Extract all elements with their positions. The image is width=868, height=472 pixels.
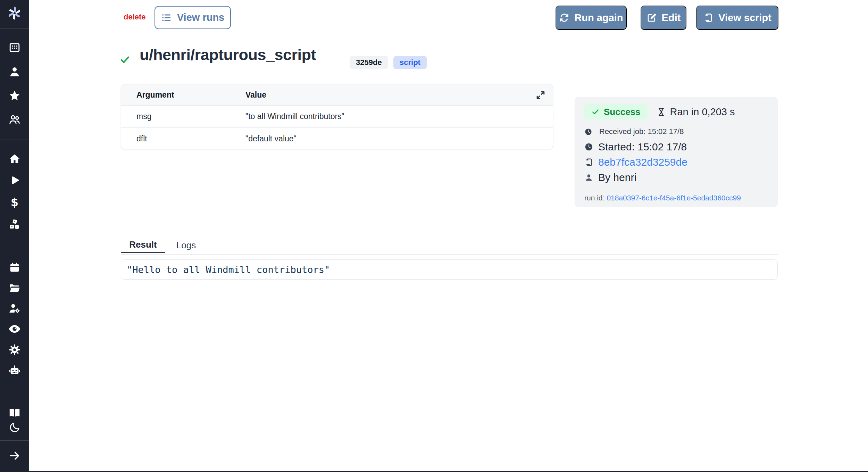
run-info-panel: Success Ran in 0,203 s Received job: 15:… bbox=[575, 97, 778, 207]
tab-result[interactable]: Result bbox=[121, 238, 165, 253]
windmill-logo-icon bbox=[6, 5, 23, 22]
user-icon bbox=[8, 65, 21, 78]
page-title: u/henri/rapturous_script bbox=[140, 46, 316, 64]
robot-icon bbox=[8, 364, 21, 377]
user-icon bbox=[584, 173, 593, 182]
expand-icon bbox=[534, 89, 547, 101]
sidebar-item-workspace[interactable] bbox=[0, 39, 29, 57]
run-id-line: run id:018a0397-6c1e-f45a-6f1e-5edad360c… bbox=[584, 194, 768, 202]
book-icon bbox=[8, 406, 21, 419]
sidebar-item-user[interactable] bbox=[0, 63, 29, 81]
result-tabs: Result Logs bbox=[121, 238, 778, 255]
expand-button[interactable] bbox=[534, 89, 547, 102]
sidebar-item-schedules[interactable] bbox=[0, 258, 29, 276]
hourglass-icon bbox=[657, 107, 666, 117]
play-icon bbox=[9, 175, 20, 187]
result-output: "Hello to all Windmill contributors" bbox=[121, 259, 778, 280]
refresh-icon bbox=[559, 13, 569, 23]
clock-icon bbox=[584, 128, 592, 136]
sidebar-divider bbox=[0, 28, 29, 28]
run-again-button[interactable]: Run again bbox=[556, 6, 627, 30]
sidebar: $ bbox=[0, 0, 29, 472]
gear-icon bbox=[8, 343, 21, 356]
arg-name: dflt bbox=[121, 134, 245, 143]
arrow-right-icon bbox=[8, 449, 21, 462]
dollar-icon: $ bbox=[8, 196, 21, 209]
edit-button[interactable]: Edit bbox=[641, 6, 686, 30]
edit-label: Edit bbox=[662, 12, 681, 24]
scroll-icon bbox=[703, 13, 713, 23]
run-id-label: run id: bbox=[584, 194, 604, 202]
column-header-argument: Argument bbox=[121, 90, 245, 100]
edit-icon bbox=[646, 13, 657, 23]
view-script-button[interactable]: View script bbox=[696, 6, 778, 30]
view-runs-label: View runs bbox=[177, 12, 224, 23]
started-line: Started: 15:02 17/8 bbox=[584, 141, 768, 153]
run-by-line: By henri bbox=[584, 172, 768, 183]
table-row: msg "to all Windmill contributors" bbox=[121, 106, 553, 128]
column-header-value: Value bbox=[245, 90, 553, 100]
delete-button[interactable]: delete bbox=[124, 13, 146, 22]
svg-text:$: $ bbox=[11, 196, 18, 208]
run-duration: Ran in 0,203 s bbox=[657, 106, 735, 118]
received-job-label: Received job: 15:02 17/8 bbox=[599, 127, 684, 136]
arg-value: "default value" bbox=[245, 134, 553, 143]
status-label: Success bbox=[604, 107, 641, 117]
sidebar-item-resources[interactable] bbox=[0, 215, 29, 233]
tab-logs[interactable]: Logs bbox=[169, 238, 203, 253]
table-row: dflt "default value" bbox=[121, 128, 553, 149]
view-script-label: View script bbox=[718, 12, 771, 24]
list-icon bbox=[161, 13, 172, 23]
arg-value: "to all Windmill contributors" bbox=[245, 112, 553, 121]
check-icon bbox=[591, 108, 600, 116]
job-link-line: 8eb7fca32d3259de bbox=[584, 156, 768, 168]
windmill-run-page: $ bbox=[0, 0, 868, 472]
home-icon bbox=[8, 153, 21, 165]
building-icon bbox=[8, 41, 21, 54]
sidebar-item-favorites[interactable] bbox=[0, 87, 29, 105]
arguments-table-header: Argument Value bbox=[121, 84, 553, 106]
star-icon bbox=[8, 90, 21, 102]
sidebar-item-home[interactable] bbox=[0, 150, 29, 168]
kind-badge: script bbox=[393, 56, 427, 69]
view-runs-button[interactable]: View runs bbox=[155, 6, 231, 29]
success-check-icon bbox=[119, 54, 131, 65]
sidebar-item-audit-logs[interactable] bbox=[0, 320, 29, 338]
sidebar-item-groups[interactable] bbox=[0, 110, 29, 129]
sidebar-item-settings[interactable] bbox=[0, 341, 29, 359]
sidebar-divider bbox=[0, 440, 29, 441]
eye-icon bbox=[8, 322, 21, 336]
arg-name: msg bbox=[121, 112, 245, 121]
sidebar-item-ai[interactable] bbox=[0, 362, 29, 380]
sidebar-divider bbox=[0, 140, 29, 140]
moon-icon bbox=[9, 422, 20, 433]
run-again-label: Run again bbox=[574, 12, 623, 24]
sidebar-item-runs[interactable] bbox=[0, 172, 29, 190]
received-job-line: Received job: 15:02 17/8 bbox=[584, 127, 768, 136]
run-id-link[interactable]: 018a0397-6c1e-f45a-6f1e-5edad360cc99 bbox=[607, 194, 741, 202]
started-label: Started: 15:02 17/8 bbox=[598, 141, 687, 153]
sidebar-item-folders[interactable] bbox=[0, 279, 29, 297]
sidebar-expand-button[interactable] bbox=[0, 447, 29, 465]
sidebar-item-dark-mode[interactable] bbox=[0, 419, 29, 437]
sidebar-item-variables[interactable]: $ bbox=[0, 193, 29, 212]
job-id-link[interactable]: 8eb7fca32d3259de bbox=[598, 156, 687, 168]
scroll-icon bbox=[584, 158, 593, 167]
clock-icon bbox=[584, 142, 593, 151]
user-gear-icon bbox=[8, 302, 21, 315]
version-badge: 3259de bbox=[350, 56, 388, 69]
folder-open-icon bbox=[8, 282, 21, 294]
sidebar-item-workers[interactable] bbox=[0, 299, 29, 317]
status-badge: Success bbox=[584, 104, 648, 119]
run-by-label: By henri bbox=[598, 172, 636, 183]
calendar-icon bbox=[8, 261, 21, 274]
users-icon bbox=[8, 113, 21, 126]
windmill-logo[interactable] bbox=[0, 4, 29, 22]
run-duration-label: Ran in 0,203 s bbox=[670, 106, 735, 118]
arguments-table: Argument Value msg "to all Windmill cont… bbox=[121, 84, 553, 149]
cubes-icon bbox=[8, 218, 21, 231]
